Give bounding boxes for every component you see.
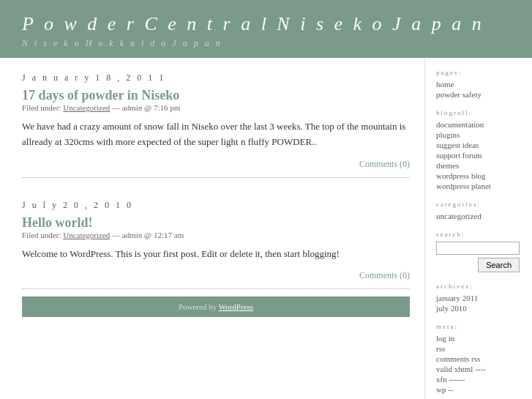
search-button[interactable]: Search [478,258,520,272]
post-content: Welcome to WordPress. This is your first… [22,247,410,262]
list-item: wordpress blog [436,171,520,180]
list-item: powder safety [436,90,520,99]
list-item: documentation [436,120,520,129]
post-date: J a n u a r y 1 8 , 2 0 1 1 [22,72,410,83]
site-header: P o w d e r C e n t r a l N i s e k o J … [0,0,532,58]
list-item: valid xhtml ---- [436,365,520,373]
sidebar-meta-list: log inrsscomments rssvalid xhtml ----xfn… [436,334,520,394]
sidebar-pages-list: homepowder safety [436,80,520,99]
sidebar: pages: homepowder safety blogroll: docum… [424,58,527,399]
sidebar-pages-section: pages: homepowder safety [436,69,520,99]
sidebar-link[interactable]: xfn ------ [436,375,465,384]
sidebar-categories-heading: categories: [436,201,520,208]
post-category-link[interactable]: Uncategorized [63,103,110,112]
sidebar-search-heading: search: [436,231,520,238]
post-meta: Filed under: Uncategorized — admin @ 12:… [22,231,410,239]
sidebar-link[interactable]: suggest ideas [436,141,479,149]
list-item: uncategorized [436,212,520,220]
sidebar-categories-section: categories: uncategorized [436,201,520,220]
sidebar-link[interactable]: rss [436,344,445,353]
sidebar-link[interactable]: log in [436,334,454,343]
search-box: Search [436,242,520,272]
sidebar-categories-list: uncategorized [436,212,520,220]
site-footer: Powered by WordPress [22,297,410,317]
post-1: J u l y 2 0 , 2 0 1 0 Hello world! Filed… [22,185,410,290]
sidebar-link[interactable]: powder safety [436,90,482,99]
main-content: J a n u a r y 1 8 , 2 0 1 1 17 days of p… [0,58,424,399]
post-content: We have had a crazy amount of snow fall … [22,119,410,150]
sidebar-search-section: search: Search [436,231,520,272]
post-comments: Comments (0) [22,159,410,170]
sidebar-blogroll-heading: blogroll: [436,109,520,116]
list-item: log in [436,334,520,343]
site-subtitle: N i s e k o H o k k a i d o J a p a n [22,38,517,49]
sidebar-link[interactable]: uncategorized [436,212,482,220]
post-comments-link[interactable]: Comments (0) [359,270,410,280]
site-title: P o w d e r C e n t r a l N i s e k o J … [22,13,517,35]
post-category-link[interactable]: Uncategorized [63,231,110,239]
list-item: suggest ideas [436,141,520,149]
post-date: J u l y 2 0 , 2 0 1 0 [22,200,410,211]
post-comments: Comments (0) [22,270,410,281]
post-comments-link[interactable]: Comments (0) [359,159,410,169]
sidebar-archives-section: archives: january 2011july 2010 [436,283,520,313]
list-item: plugins [436,130,520,139]
post-0: J a n u a r y 1 8 , 2 0 1 1 17 days of p… [22,58,410,178]
footer-text: Powered by [179,302,217,311]
post-title-link[interactable]: 17 days of powder in Niseko [22,88,179,102]
sidebar-meta-section: meta: log inrsscomments rssvalid xhtml -… [436,323,520,394]
post-title: 17 days of powder in Niseko [22,88,410,103]
sidebar-archives-heading: archives: [436,283,520,290]
sidebar-link[interactable]: january 2011 [436,294,478,302]
list-item: themes [436,161,520,170]
list-item: wp -- [436,385,520,394]
sidebar-link[interactable]: wp -- [436,385,454,394]
search-input[interactable] [436,242,520,255]
sidebar-pages-heading: pages: [436,69,520,76]
sidebar-link[interactable]: plugins [436,130,460,139]
list-item: january 2011 [436,294,520,302]
sidebar-link[interactable]: valid xhtml ---- [436,365,486,373]
sidebar-link[interactable]: documentation [436,120,484,129]
sidebar-link[interactable]: july 2010 [436,304,467,313]
list-item: support forum [436,151,520,160]
list-item: home [436,80,520,89]
list-item: rss [436,344,520,353]
sidebar-link[interactable]: themes [436,161,459,170]
post-meta: Filed under: Uncategorized — admin @ 7:1… [22,103,410,112]
list-item: xfn ------ [436,375,520,384]
list-item: july 2010 [436,304,520,313]
list-item: comments rss [436,354,520,363]
sidebar-blogroll-list: documentationpluginssuggest ideassupport… [436,120,520,190]
sidebar-meta-heading: meta: [436,323,520,330]
sidebar-link[interactable]: wordpress planet [436,182,491,190]
footer-link[interactable]: WordPress [219,302,253,311]
sidebar-link[interactable]: support forum [436,151,482,160]
sidebar-blogroll-section: blogroll: documentationpluginssuggest id… [436,109,520,190]
list-item: wordpress planet [436,182,520,190]
sidebar-archives-list: january 2011july 2010 [436,294,520,313]
sidebar-link[interactable]: comments rss [436,354,480,363]
post-title: Hello world! [22,215,410,231]
sidebar-link[interactable]: wordpress blog [436,171,486,180]
post-title-link[interactable]: Hello world! [22,215,93,230]
sidebar-link[interactable]: home [436,80,454,89]
